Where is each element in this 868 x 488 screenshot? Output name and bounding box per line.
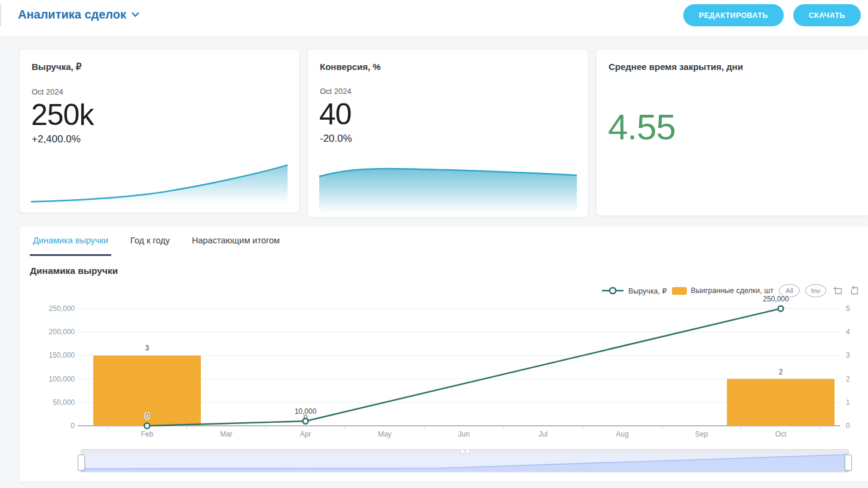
edit-button[interactable]: РЕДАКТИРОВАТЬ [683,4,784,26]
page-title: Аналитика сделок [18,8,126,22]
tab-cumulative[interactable]: Нарастающим итогом [189,226,283,256]
right-axis-tick: 5 [846,304,850,313]
x-axis-label: Jun [458,430,469,438]
slider-data-shadow [81,454,848,472]
revenue-line [147,309,781,426]
tab-bar: Динамика выручки Год к году Нарастающим … [20,226,868,256]
right-axis-tick: 2 [846,375,850,383]
kpi-value: 4.55 [608,106,858,148]
left-axis-tick: 50,000 [53,398,75,407]
slider-grip[interactable] [460,449,470,454]
x-axis-label: Oct [775,430,787,438]
data-label: 3 [145,344,149,352]
data-label: 0 [145,412,149,420]
x-axis-label: Aug [616,430,628,438]
slider-track[interactable] [81,454,849,472]
kpi-title: Среднее время закрытия, дни [609,62,858,72]
kpi-value: 250k [31,97,289,132]
right-axis-tick: 0 [846,422,850,430]
data-label: 2 [779,368,783,376]
download-button[interactable]: СКАЧАТЬ [793,4,861,26]
dashboard-title-dropdown[interactable]: Аналитика сделок [18,8,139,22]
x-axis-label: Jul [539,430,548,438]
kpi-delta: -20.0% [320,133,577,145]
right-axis-tick: 1 [846,398,850,407]
slider-move-bar[interactable] [81,449,849,454]
kpi-card-revenue: Выручка, ₽ Oct 2024 250k +2,400.0% [20,50,299,212]
kpi-period: Oct 2024 [320,87,577,96]
left-axis-tick: 100,000 [49,375,75,383]
x-axis-label: Apr [300,430,311,438]
line-point-feb[interactable] [145,423,150,429]
slider-left-handle[interactable] [78,455,85,471]
x-axis-label: Mar [220,430,233,438]
right-axis-tick: 3 [846,351,850,359]
kpi-period: Oct 2024 [32,87,289,96]
slider-right-handle[interactable] [845,455,852,471]
left-axis-tick: 250,000 [49,304,75,313]
left-axis-tick: 0 [71,422,75,430]
kpi-title: Выручка, ₽ [32,62,289,72]
left-axis-tick: 200,000 [49,328,75,336]
left-axis-tick: 150,000 [49,351,75,359]
x-axis-label: Sep [695,430,708,438]
revenue-sparkline [30,163,289,205]
kpi-card-avg-close-time: Среднее время закрытия, дни 4.55 [597,50,868,215]
chart-title: Динамика выручки [30,266,118,276]
kpi-card-conversion: Конверсия, % Oct 2024 40 -20.0% [308,50,588,217]
x-axis-label: May [378,430,392,438]
analytics-panel: Динамика выручки Год к году Нарастающим … [20,226,868,481]
bar-oct[interactable] [727,379,835,426]
data-label: 10,000 [295,407,317,416]
line-point-apr[interactable] [303,419,308,424]
kpi-delta: +2,400.0% [32,133,289,145]
x-axis-label: Feb [141,430,154,438]
header-actions: РЕДАКТИРОВАТЬ СКАЧАТЬ [683,4,861,26]
data-zoom-slider[interactable] [81,449,849,472]
tab-revenue-dynamics[interactable]: Динамика выручки [30,226,111,256]
right-axis-tick: 4 [846,328,850,336]
tab-year-over-year[interactable]: Год к году [127,226,173,256]
chevron-down-icon [132,12,139,17]
line-point-oct[interactable] [778,306,784,312]
data-label: 250,000 [763,295,789,303]
combo-chart: 0050,0001100,0002150,0003200,0004250,000… [20,292,868,443]
conversion-sparkline [318,167,578,215]
kpi-value: 40 [319,97,577,132]
window-edge [0,5,1,26]
kpi-title: Конверсия, % [320,62,577,72]
